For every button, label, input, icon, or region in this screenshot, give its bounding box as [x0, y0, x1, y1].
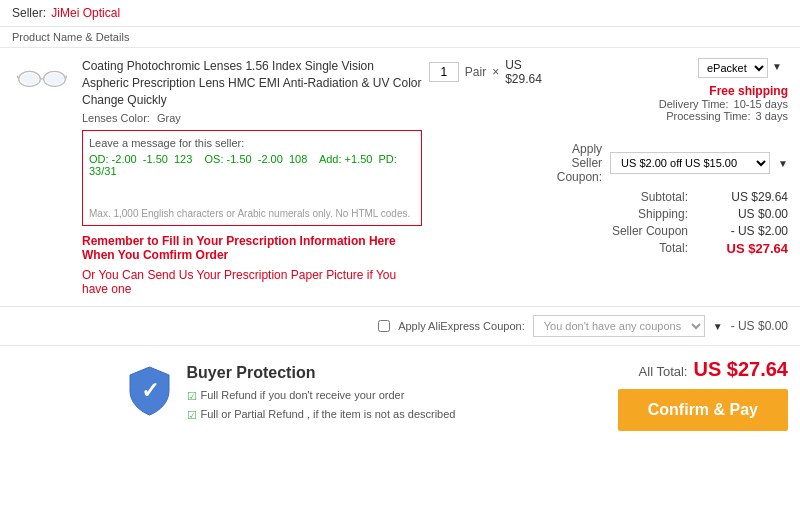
confirm-section: All Total: US $27.64 Confirm & Pay: [588, 358, 788, 431]
summary-lines: Subtotal: US $29.64 Shipping: US $0.00 S…: [549, 190, 788, 256]
aliexpress-coupon-checkbox[interactable]: [378, 320, 390, 332]
check-icon-2: ☑: [187, 408, 197, 423]
seller-coupon-label: Apply Seller Coupon:: [549, 142, 602, 184]
shipping-info: Free shipping Delivery Time: 10-15 days …: [638, 84, 788, 122]
svg-line-4: [65, 75, 67, 78]
buyer-protection-content: Buyer Protection ☑ Full Refund if you do…: [187, 364, 456, 427]
product-details: Coating Photochromic Lenses 1.56 Index S…: [82, 58, 422, 296]
buyer-protection-title: Buyer Protection: [187, 364, 456, 382]
free-shipping-label: Free shipping: [638, 84, 788, 98]
aliexpress-coupon-row: Apply AliExpress Coupon: You don't have …: [0, 307, 800, 346]
aliexpress-coupon-label: Apply AliExpress Coupon:: [398, 320, 525, 332]
all-total-label: All Total:: [639, 364, 688, 379]
svg-point-5: [20, 73, 38, 85]
seller-coupon-line: Seller Coupon - US $2.00: [608, 224, 788, 238]
product-title: Coating Photochromic Lenses 1.56 Index S…: [82, 58, 422, 108]
quantity-price: Pair × US $29.64: [422, 58, 549, 86]
right-column: ePacket ▼ Free shipping Delivery Time: 1…: [549, 58, 788, 256]
message-hint: Max. 1,000 English characters or Arabic …: [89, 208, 415, 219]
check-icon-1: ☑: [187, 389, 197, 404]
shield-icon: ✓: [125, 364, 175, 419]
message-label: Leave a message for this seller:: [89, 137, 415, 149]
subtotal-line: Subtotal: US $29.64: [608, 190, 788, 204]
all-total-amount: US $27.64: [693, 358, 788, 381]
seller-name: JiMei Optical: [51, 6, 120, 20]
multiply-symbol: ×: [492, 65, 499, 79]
coupon-dropdown-icon: ▼: [778, 158, 788, 169]
delivery-time: Delivery Time: 10-15 days: [638, 98, 788, 110]
quantity-input[interactable]: [429, 62, 459, 82]
seller-coupon-row: Apply Seller Coupon: US $2.00 off US $15…: [549, 142, 788, 184]
product-image: [12, 58, 72, 98]
buyer-protection-item1: ☑ Full Refund if you don't receive your …: [187, 388, 456, 404]
shipping-line: Shipping: US $0.00: [608, 207, 788, 221]
confirm-pay-button[interactable]: Confirm & Pay: [618, 389, 788, 431]
unit-label: Pair: [465, 65, 486, 79]
footer-row: ✓ Buyer Protection ☑ Full Refund if you …: [0, 346, 800, 443]
product-price: US $29.64: [505, 58, 542, 86]
epacket-wrapper: ePacket ▼: [698, 58, 788, 78]
total-line: Total: US $27.64: [608, 241, 788, 256]
shipping-method-select[interactable]: ePacket: [698, 58, 768, 78]
ali-dropdown-icon: ▼: [713, 321, 723, 332]
svg-text:✓: ✓: [141, 378, 159, 403]
reminder-line1: Remember to Fill in Your Prescription In…: [82, 234, 422, 262]
dropdown-arrow: ▼: [772, 61, 782, 72]
product-row: Coating Photochromic Lenses 1.56 Index S…: [0, 48, 800, 307]
seller-coupon-select[interactable]: US $2.00 off US $15.00: [610, 152, 770, 174]
all-total-row: All Total: US $27.64: [639, 358, 788, 381]
product-column-header: Product Name & Details: [0, 27, 800, 48]
buyer-protection-item2: ☑ Full or Partial Refund , if the item i…: [187, 407, 456, 423]
product-color: Lenses Color: Gray: [82, 112, 422, 124]
message-box-container: Leave a message for this seller: OD: -2.…: [82, 130, 422, 226]
aliexpress-coupon-select[interactable]: You don't have any coupons: [533, 315, 705, 337]
svg-line-3: [17, 75, 19, 78]
order-summary: Apply Seller Coupon: US $2.00 off US $15…: [549, 142, 788, 256]
product-left: Coating Photochromic Lenses 1.56 Index S…: [12, 58, 422, 296]
seller-header: Seller: JiMei Optical: [0, 0, 800, 27]
svg-point-6: [45, 73, 63, 85]
message-textarea[interactable]: OD: -2.00 -1.50 123 OS: -1.50 -2.00 108 …: [89, 153, 415, 203]
aliexpress-discount-value: - US $0.00: [731, 319, 788, 333]
buyer-protection: ✓ Buyer Protection ☑ Full Refund if you …: [12, 364, 568, 427]
processing-time: Processing Time: 3 days: [638, 110, 788, 122]
seller-label: Seller:: [12, 6, 46, 20]
reminder-line2: Or You Can Send Us Your Prescription Pap…: [82, 268, 422, 296]
